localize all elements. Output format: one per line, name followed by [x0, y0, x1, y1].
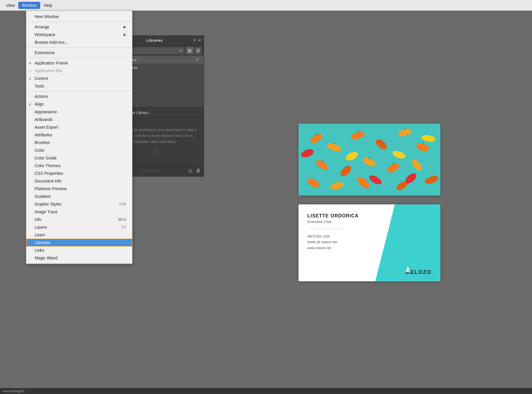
layers-label: Layers	[35, 225, 47, 230]
menu-arrange[interactable]: Arrange ▶	[26, 23, 132, 31]
arrange-arrow: ▶	[124, 25, 126, 29]
menu-image-trace[interactable]: Image Trace	[26, 208, 132, 216]
menu-brushes[interactable]: Brushes	[26, 139, 132, 146]
menu-color-themes[interactable]: Color Themes	[26, 162, 132, 169]
workspace-arrow: ▶	[124, 33, 126, 37]
workspace-label: Workspace	[35, 32, 55, 37]
menu-flattener-preview[interactable]: Flattener Preview	[26, 185, 132, 193]
menu-gradient[interactable]: Gradient	[26, 193, 132, 200]
menu-appearance[interactable]: Appearance	[26, 108, 132, 116]
library-dropdown-arrow-icon: ▼	[179, 49, 182, 52]
menu-application-frame[interactable]: Application Frame	[26, 59, 132, 67]
bc-content-area: LISETTE ORDORICA Executive Chef (567) 55…	[299, 204, 367, 260]
window-dropdown-menu: New Window Arrange ▶ Workspace ▶ Browse …	[26, 11, 132, 264]
graphic-styles-label: Graphic Styles	[35, 202, 61, 206]
bc-email: lisette @ melozo.net	[307, 239, 359, 245]
menu-extensions[interactable]: Extensions	[26, 49, 132, 56]
info-label: Info	[35, 217, 41, 222]
menu-window[interactable]: Window	[18, 2, 40, 9]
bc-contact-info: (567) 555 1234 lisette @ melozo.net www.…	[307, 234, 359, 251]
scroll-indicator: ⋯⋯⋯	[142, 167, 159, 174]
menu-artboards[interactable]: Artboards	[26, 116, 132, 123]
bc-divider-line	[307, 229, 343, 229]
sync-to-cloud-button[interactable]: ◎	[188, 168, 192, 174]
bc-person-name: LISETTE ORDORICA	[307, 213, 359, 219]
view-toggle-buttons: ⊞ ☰	[186, 47, 202, 54]
menu-document-info[interactable]: Document Info	[26, 177, 132, 185]
pepper-svg	[299, 124, 440, 195]
menu-browse-addons[interactable]: Browse Add-ons...	[26, 38, 132, 46]
menu-color-guide[interactable]: Color Guide	[26, 154, 132, 162]
menu-control[interactable]: Control	[26, 75, 132, 82]
status-bar: www.heritageb...	[0, 388, 532, 394]
menu-attributes[interactable]: Attributes	[26, 131, 132, 139]
separator-4	[26, 91, 132, 91]
menu-actions[interactable]: Actions	[26, 93, 132, 100]
layers-shortcut: F7	[122, 225, 126, 230]
menu-view[interactable]: View	[2, 2, 18, 9]
menu-tools[interactable]: Tools	[26, 82, 132, 90]
menu-asset-export[interactable]: Asset Export	[26, 123, 132, 131]
menu-graphic-styles[interactable]: Graphic Styles ⇧F5	[26, 200, 132, 208]
panel-menu-icon[interactable]: ≡	[193, 38, 196, 43]
menu-bar: View Window Help	[0, 0, 532, 11]
separator-1	[26, 22, 132, 22]
separator-2	[26, 47, 132, 48]
pepper-artwork-card	[299, 124, 440, 196]
help-circle-icon: ?	[151, 148, 159, 156]
delete-library-button[interactable]: 🗑	[196, 168, 201, 173]
menu-links[interactable]: Links	[26, 246, 132, 254]
menu-new-window[interactable]: New Window	[26, 13, 132, 20]
menu-info[interactable]: Info ⌘F8	[26, 216, 132, 223]
separator-3	[26, 58, 132, 58]
menu-help[interactable]: Help	[40, 2, 56, 9]
canvas-area: LISETTE ORDORICA Executive Chef (567) 55…	[207, 11, 532, 394]
info-shortcut: ⌘F8	[118, 217, 126, 222]
panel-collapse-button[interactable]: ≪	[197, 38, 201, 42]
arrange-label: Arrange	[35, 25, 49, 29]
pepper-image	[299, 124, 440, 196]
menu-libraries[interactable]: Libraries	[26, 239, 132, 246]
panel-title-label: Libraries	[146, 38, 163, 43]
bc-website: www.melozo.net	[307, 245, 359, 251]
menu-learn[interactable]: Learn	[26, 231, 132, 239]
menu-color[interactable]: Color	[26, 146, 132, 154]
menu-layers[interactable]: Layers F7	[26, 223, 132, 231]
business-card: LISETTE ORDORICA Executive Chef (567) 55…	[299, 204, 440, 281]
graphic-styles-shortcut: ⇧F5	[119, 202, 126, 206]
menu-align[interactable]: Align	[26, 100, 132, 108]
grid-view-button[interactable]: ⊞	[186, 47, 194, 54]
bc-phone: (567) 555 1234	[307, 234, 359, 240]
status-text: www.heritageb...	[2, 389, 26, 393]
menu-workspace[interactable]: Workspace ▶	[26, 31, 132, 38]
my-library-expand-icon: ▼	[196, 58, 199, 62]
menu-magic-wand[interactable]: Magic Wand	[26, 254, 132, 262]
menu-application-bar[interactable]: Application Bar	[26, 67, 132, 75]
list-view-button[interactable]: ☰	[194, 47, 202, 54]
bc-person-title: Executive Chef	[307, 220, 359, 224]
menu-css-properties[interactable]: CSS Properties	[26, 169, 132, 177]
